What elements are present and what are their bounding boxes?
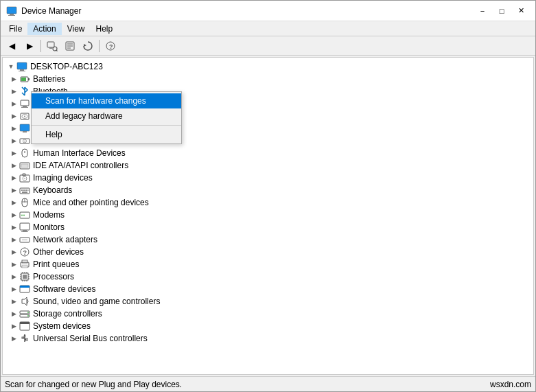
svg-rect-83 [20, 322, 30, 324]
svg-rect-0 [7, 7, 16, 14]
tree-root[interactable]: ▼ DESKTOP-ABC123 [3, 60, 533, 73]
imaging-expand[interactable]: ▶ [8, 172, 19, 183]
tree-mice[interactable]: ▶ Mice and other pointing devices [3, 196, 533, 209]
computer-icon [16, 61, 27, 72]
batteries-label: Batteries [33, 74, 65, 84]
toolbar-help[interactable]: ? [102, 38, 119, 54]
computer-expand[interactable]: ▶ [8, 98, 19, 109]
tree-ide[interactable]: ▶ IDE ATA/ATAPI controllers [3, 159, 533, 172]
tree-network[interactable]: ▶ Network adapters [3, 233, 533, 246]
tree-print[interactable]: ▶ Print queues [3, 258, 533, 270]
menu-help[interactable]: Help [91, 23, 119, 35]
tree-storage[interactable]: ▶ Storage controllers [3, 308, 533, 320]
svg-point-5 [53, 47, 57, 51]
svg-point-80 [27, 312, 29, 313]
modems-icon [19, 209, 30, 220]
tree-sound[interactable]: ▶ Sound, video and game controllers [3, 295, 533, 308]
storage-icon [19, 308, 30, 319]
toolbar-sep-1 [40, 40, 41, 52]
tree-monitors[interactable]: ▶ Monitors [3, 221, 533, 233]
tree-modems[interactable]: ▶ Modems [3, 209, 533, 221]
sound-expand[interactable]: ▶ [8, 296, 19, 307]
toolbar-forward[interactable]: ▶ [21, 38, 38, 54]
other-icon: ? [19, 246, 30, 257]
modems-expand[interactable]: ▶ [8, 209, 19, 220]
print-label: Print queues [33, 260, 79, 269]
svg-marker-77 [22, 297, 27, 305]
svg-rect-53 [21, 231, 28, 232]
keyboards-expand[interactable]: ▶ [8, 185, 19, 196]
monitors-expand[interactable]: ▶ [8, 222, 19, 233]
svg-point-38 [24, 178, 25, 179]
software-icon [19, 284, 30, 295]
update-icon [82, 41, 93, 51]
toolbar-update[interactable] [80, 38, 96, 54]
svg-rect-3 [47, 42, 54, 47]
tree-system[interactable]: ▶ System devices [3, 320, 533, 332]
toolbar-properties[interactable] [62, 38, 78, 54]
menu-help-item[interactable]: Help [32, 127, 181, 142]
network-icon [19, 234, 30, 245]
svg-line-6 [56, 50, 57, 51]
minimize-button[interactable]: − [474, 5, 491, 17]
menu-action[interactable]: Action [27, 23, 61, 35]
window-icon [6, 5, 17, 16]
batteries-icon [19, 73, 30, 84]
mice-label: Mice and other pointing devices [33, 198, 149, 207]
dvd-expand[interactable]: ▶ [8, 135, 19, 146]
menu-view[interactable]: View [62, 23, 91, 35]
tree-proc[interactable]: ▶ [3, 270, 533, 283]
menu-add-legacy[interactable]: Add legacy hardware [32, 108, 181, 124]
tree-imaging[interactable]: ▶ Imaging devices [3, 172, 533, 184]
menu-file[interactable]: File [3, 23, 27, 35]
svg-rect-19 [21, 78, 26, 81]
bluetooth-expand[interactable]: ▶ [8, 86, 19, 97]
hid-expand[interactable]: ▶ [8, 148, 19, 159]
proc-label: Processors [33, 272, 74, 281]
menu-separator [32, 125, 181, 126]
ide-label: IDE ATA/ATAPI controllers [33, 161, 128, 170]
menu-scan-hardware[interactable]: Scan for hardware changes [32, 93, 181, 108]
device-manager-window: Device Manager − □ ✕ File Action View He… [0, 0, 536, 392]
tree-other[interactable]: ▶ ? Other devices [3, 246, 533, 258]
root-expand[interactable]: ▼ [5, 61, 16, 72]
tree-keyboards[interactable]: ▶ Keyboards [3, 184, 533, 196]
properties-icon [65, 41, 75, 51]
mice-expand[interactable]: ▶ [8, 197, 19, 208]
monitors-icon [19, 222, 30, 233]
svg-rect-51 [20, 223, 30, 230]
ide-icon [19, 160, 30, 171]
storage-expand[interactable]: ▶ [8, 308, 19, 319]
display-expand[interactable]: ▶ [8, 123, 19, 134]
svg-rect-4 [49, 47, 52, 49]
print-expand[interactable]: ▶ [8, 259, 19, 270]
tree-software[interactable]: ▶ Software devices [3, 283, 533, 295]
svg-rect-20 [21, 100, 29, 106]
network-expand[interactable]: ▶ [8, 234, 19, 245]
toolbar-back[interactable]: ◀ [3, 38, 20, 54]
system-expand[interactable]: ▶ [8, 321, 19, 332]
usb-icon [19, 333, 30, 344]
ide-expand[interactable]: ▶ [8, 160, 19, 171]
svg-rect-34 [21, 164, 28, 168]
other-expand[interactable]: ▶ [8, 246, 19, 257]
software-expand[interactable]: ▶ [8, 284, 19, 295]
tree-hid[interactable]: ▶ Human Interface Devices [3, 147, 533, 159]
close-button[interactable]: ✕ [512, 5, 530, 17]
monitors-label: Monitors [33, 222, 65, 232]
tree-batteries[interactable]: ▶ Batteries [3, 73, 533, 85]
modems-label: Modems [33, 210, 65, 220]
svg-text:?: ? [109, 43, 113, 50]
tree-usb[interactable]: ▶ Universal Serial Bus controllers [3, 332, 533, 345]
batteries-expand[interactable]: ▶ [8, 73, 19, 84]
proc-expand[interactable]: ▶ [8, 271, 19, 282]
title-bar: Device Manager − □ ✕ [1, 1, 535, 21]
usb-expand[interactable]: ▶ [8, 333, 19, 344]
window-title: Device Manager [21, 6, 81, 16]
disk-expand[interactable]: ▶ [8, 111, 19, 122]
svg-point-25 [24, 116, 25, 117]
maximize-button[interactable]: □ [493, 5, 511, 17]
toolbar-scan[interactable] [44, 38, 60, 54]
status-bar: Scan for changed or new Plug and Play de… [1, 376, 535, 391]
hid-label: Human Interface Devices [33, 148, 126, 158]
